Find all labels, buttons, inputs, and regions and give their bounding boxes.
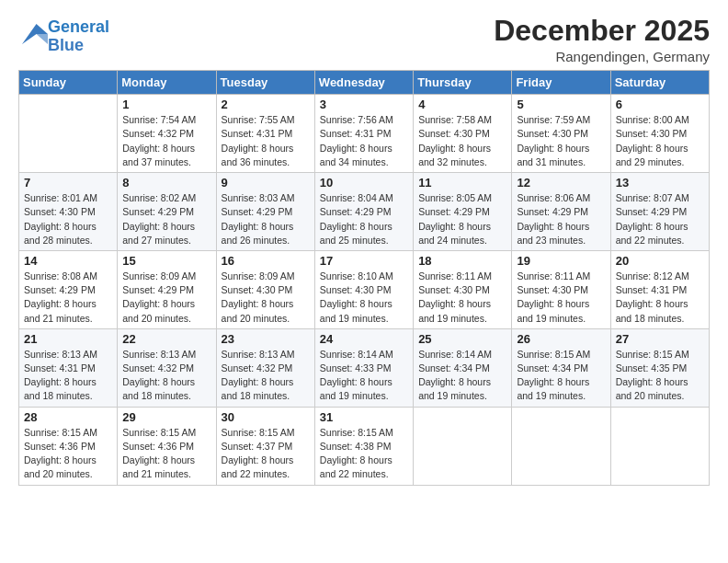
calendar-cell: 24Sunrise: 8:14 AMSunset: 4:33 PMDayligh… [314,328,413,407]
day-info: Sunrise: 7:59 AMSunset: 4:30 PMDaylight:… [517,113,605,169]
day-info: Sunrise: 7:55 AMSunset: 4:31 PMDaylight:… [222,113,310,169]
logo: General Blue [18,18,109,55]
day-info: Sunrise: 8:15 AMSunset: 4:34 PMDaylight:… [517,348,605,404]
day-info: Sunrise: 8:04 AMSunset: 4:29 PMDaylight:… [320,191,408,247]
calendar-cell: 18Sunrise: 8:11 AMSunset: 4:30 PMDayligh… [414,250,512,328]
day-number: 9 [222,176,310,190]
day-info: Sunrise: 8:01 AMSunset: 4:30 PMDaylight:… [24,191,112,247]
calendar-body: 1Sunrise: 7:54 AMSunset: 4:32 PMDaylight… [19,95,710,485]
calendar-cell: 25Sunrise: 8:14 AMSunset: 4:34 PMDayligh… [414,328,512,407]
day-number: 1 [122,98,210,111]
calendar-cell: 26Sunrise: 8:15 AMSunset: 4:34 PMDayligh… [512,328,610,407]
calendar-week-0: 1Sunrise: 7:54 AMSunset: 4:32 PMDaylight… [19,95,710,173]
calendar-cell [512,407,610,485]
calendar-cell [610,407,709,485]
day-number: 5 [517,98,605,111]
weekday-header-row: Sunday Monday Tuesday Wednesday Thursday… [19,71,710,95]
calendar-cell: 5Sunrise: 7:59 AMSunset: 4:30 PMDaylight… [512,95,610,173]
calendar-cell: 4Sunrise: 7:58 AMSunset: 4:30 PMDaylight… [414,95,512,173]
day-info: Sunrise: 7:54 AMSunset: 4:32 PMDaylight:… [122,113,210,169]
calendar-cell: 6Sunrise: 8:00 AMSunset: 4:30 PMDaylight… [610,95,709,173]
day-info: Sunrise: 8:15 AMSunset: 4:35 PMDaylight:… [616,348,704,404]
day-number: 27 [616,332,704,346]
day-info: Sunrise: 7:56 AMSunset: 4:31 PMDaylight:… [320,113,408,169]
day-info: Sunrise: 8:11 AMSunset: 4:30 PMDaylight:… [418,270,506,326]
day-number: 23 [222,332,310,346]
header-sunday: Sunday [19,71,118,95]
day-number: 11 [418,176,506,190]
day-info: Sunrise: 8:13 AMSunset: 4:31 PMDaylight:… [24,348,112,404]
calendar-cell [19,95,118,173]
day-number: 22 [122,332,210,346]
day-info: Sunrise: 8:15 AMSunset: 4:37 PMDaylight:… [222,426,310,482]
day-info: Sunrise: 8:13 AMSunset: 4:32 PMDaylight:… [122,348,210,404]
day-number: 7 [24,176,112,190]
logo-icon [22,24,48,44]
day-number: 10 [320,176,408,190]
logo-general: General [48,17,109,36]
day-info: Sunrise: 8:14 AMSunset: 4:34 PMDaylight:… [418,348,506,404]
day-info: Sunrise: 8:09 AMSunset: 4:30 PMDaylight:… [222,270,310,326]
calendar-cell: 14Sunrise: 8:08 AMSunset: 4:29 PMDayligh… [19,250,118,328]
day-number: 12 [517,176,605,190]
day-number: 3 [320,98,408,111]
calendar-cell: 21Sunrise: 8:13 AMSunset: 4:31 PMDayligh… [19,328,118,407]
calendar-cell [414,407,512,485]
calendar-cell: 20Sunrise: 8:12 AMSunset: 4:31 PMDayligh… [610,250,709,328]
day-number: 21 [24,332,112,346]
day-info: Sunrise: 8:00 AMSunset: 4:30 PMDaylight:… [616,113,704,169]
calendar-cell: 11Sunrise: 8:05 AMSunset: 4:29 PMDayligh… [414,173,512,251]
day-number: 2 [222,98,310,111]
day-number: 20 [616,254,704,268]
day-number: 8 [122,176,210,190]
calendar-table: Sunday Monday Tuesday Wednesday Thursday… [18,70,710,485]
day-info: Sunrise: 8:15 AMSunset: 4:36 PMDaylight:… [24,426,112,482]
day-number: 15 [122,254,210,268]
calendar-week-1: 7Sunrise: 8:01 AMSunset: 4:30 PMDaylight… [19,173,710,251]
header-monday: Monday [118,71,216,95]
header: General Blue December 2025 Rangendingen,… [18,15,710,64]
calendar-cell: 7Sunrise: 8:01 AMSunset: 4:30 PMDaylight… [19,173,118,251]
day-info: Sunrise: 8:13 AMSunset: 4:32 PMDaylight:… [222,348,310,404]
month-title: December 2025 [494,15,710,47]
day-info: Sunrise: 8:02 AMSunset: 4:29 PMDaylight:… [122,191,210,247]
day-number: 30 [222,410,310,424]
calendar-cell: 17Sunrise: 8:10 AMSunset: 4:30 PMDayligh… [314,250,413,328]
calendar-cell: 9Sunrise: 8:03 AMSunset: 4:29 PMDaylight… [216,173,314,251]
day-info: Sunrise: 8:07 AMSunset: 4:29 PMDaylight:… [616,191,704,247]
day-info: Sunrise: 8:15 AMSunset: 4:36 PMDaylight:… [122,426,210,482]
header-tuesday: Tuesday [216,71,314,95]
header-wednesday: Wednesday [314,71,413,95]
calendar-cell: 13Sunrise: 8:07 AMSunset: 4:29 PMDayligh… [610,173,709,251]
title-block: December 2025 Rangendingen, Germany [494,15,710,64]
calendar-cell: 2Sunrise: 7:55 AMSunset: 4:31 PMDaylight… [216,95,314,173]
page-container: General Blue December 2025 Rangendingen,… [0,0,728,495]
day-info: Sunrise: 8:10 AMSunset: 4:30 PMDaylight:… [320,270,408,326]
day-number: 31 [320,410,408,424]
logo-text: General Blue [48,18,109,55]
calendar-cell: 31Sunrise: 8:15 AMSunset: 4:38 PMDayligh… [314,407,413,485]
calendar-cell: 12Sunrise: 8:06 AMSunset: 4:29 PMDayligh… [512,173,610,251]
day-info: Sunrise: 8:14 AMSunset: 4:33 PMDaylight:… [320,348,408,404]
logo-blue: Blue [48,36,84,54]
calendar-cell: 8Sunrise: 8:02 AMSunset: 4:29 PMDaylight… [118,173,216,251]
calendar-cell: 29Sunrise: 8:15 AMSunset: 4:36 PMDayligh… [118,407,216,485]
day-info: Sunrise: 7:58 AMSunset: 4:30 PMDaylight:… [418,113,506,169]
location-title: Rangendingen, Germany [494,49,710,64]
day-number: 16 [222,254,310,268]
header-friday: Friday [512,71,610,95]
day-info: Sunrise: 8:09 AMSunset: 4:29 PMDaylight:… [122,270,210,326]
header-thursday: Thursday [414,71,512,95]
svg-marker-1 [37,34,48,44]
day-info: Sunrise: 8:08 AMSunset: 4:29 PMDaylight:… [24,270,112,326]
calendar-cell: 10Sunrise: 8:04 AMSunset: 4:29 PMDayligh… [314,173,413,251]
day-number: 29 [122,410,210,424]
calendar-header: Sunday Monday Tuesday Wednesday Thursday… [19,71,710,95]
day-info: Sunrise: 8:12 AMSunset: 4:31 PMDaylight:… [616,270,704,326]
calendar-week-2: 14Sunrise: 8:08 AMSunset: 4:29 PMDayligh… [19,250,710,328]
calendar-cell: 15Sunrise: 8:09 AMSunset: 4:29 PMDayligh… [118,250,216,328]
day-number: 26 [517,332,605,346]
day-number: 6 [616,98,704,111]
calendar-cell: 3Sunrise: 7:56 AMSunset: 4:31 PMDaylight… [314,95,413,173]
day-number: 13 [616,176,704,190]
